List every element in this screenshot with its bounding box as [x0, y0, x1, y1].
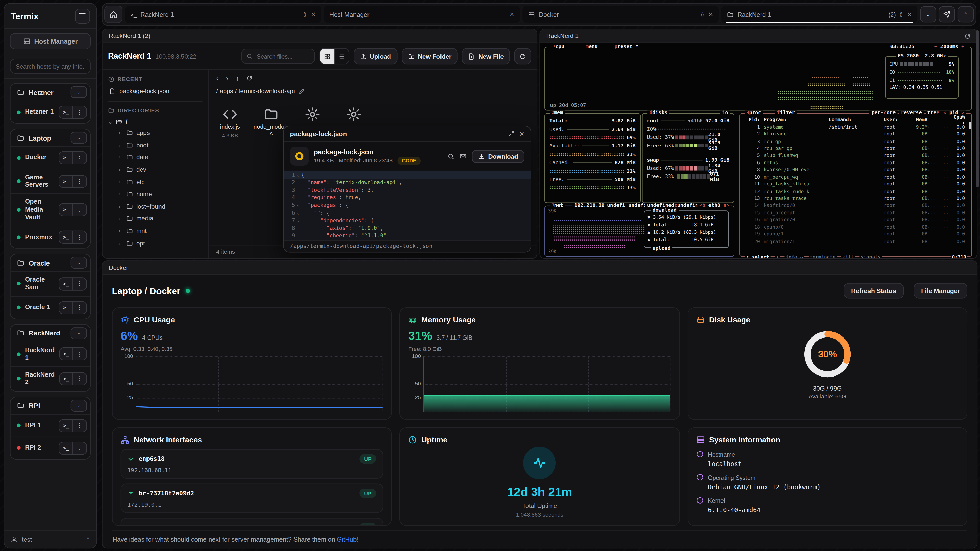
open-terminal-button[interactable]: >_ [59, 231, 73, 243]
tab-host-manager[interactable]: Host Manager✕ [324, 6, 520, 23]
process-row[interactable]: 19cpuhp/1root0B.........0.0 [740, 230, 971, 238]
process-row[interactable]: 4rcu_par_gproot0B.........0.0 [740, 145, 971, 152]
group-collapse-button[interactable]: ⌄ [71, 327, 87, 339]
code-viewer[interactable]: 1⌄{2 "name": "termix-download-api",3 "lo… [284, 171, 531, 240]
process-row[interactable]: 16migration/0root0B.........0.0 [740, 216, 971, 224]
host-proxmox[interactable]: Proxmox>_⋮ [11, 226, 90, 248]
process-row[interactable]: 15rcu_preemptroot0B.........0.0 [740, 209, 971, 216]
refresh-files-button[interactable] [514, 48, 531, 65]
host-menu-button[interactable]: ⋮ [73, 231, 86, 243]
process-row[interactable]: 5slub_flushwqroot0B.........0.0 [740, 152, 971, 159]
group-header[interactable]: RackNerd⌄ [11, 325, 90, 341]
host-racknerd-2[interactable]: RackNerd 2>_⋮ [11, 366, 90, 391]
github-link[interactable]: GitHub! [337, 536, 359, 543]
host-docker[interactable]: Docker>_⋮ [11, 146, 90, 168]
process-row[interactable]: 6netnsroot0B.........0.0 [740, 159, 971, 166]
close-tab-icon[interactable]: ✕ [311, 11, 315, 17]
open-terminal-button[interactable]: >_ [59, 204, 73, 216]
close-tab-icon[interactable]: ✕ [708, 11, 713, 17]
keyboard-icon[interactable] [460, 152, 467, 160]
host-menu-button[interactable]: ⋮ [73, 152, 86, 164]
open-terminal-button[interactable]: >_ [59, 106, 73, 118]
list-view-button[interactable] [334, 49, 348, 64]
expand-icon[interactable] [508, 130, 514, 137]
grid-view-button[interactable] [320, 49, 334, 64]
group-collapse-button[interactable]: ⌄ [71, 132, 87, 144]
group-header[interactable]: RPI⌄ [11, 397, 90, 414]
host-menu-button[interactable]: ⋮ [73, 278, 86, 290]
file-manager-button[interactable]: File Manager [914, 283, 967, 299]
refresh-status-button[interactable]: Refresh Status [844, 283, 904, 299]
open-terminal-button[interactable]: >_ [60, 348, 73, 360]
group-header[interactable]: Hetzner⌄ [11, 84, 90, 100]
search-in-file-icon[interactable] [448, 153, 455, 160]
host-menu-button[interactable]: ⋮ [73, 442, 86, 454]
process-row[interactable]: 3rcu_gproot0B.........0.0 [740, 138, 971, 145]
process-row[interactable]: 13rcu_tasks_trace_root0B.........0.0 [740, 195, 971, 202]
open-terminal-button[interactable]: >_ [59, 302, 73, 313]
recent-file-item[interactable]: package-lock.json [108, 86, 203, 96]
host-menu-button[interactable]: ⋮ [73, 106, 86, 118]
host-menu-button[interactable]: ⋮ [73, 204, 86, 216]
file-item-index-js[interactable]: index.js4.3 KB [211, 107, 249, 138]
open-terminal-button[interactable]: >_ [59, 176, 73, 187]
sidebar-search-input[interactable] [10, 59, 91, 74]
close-icon[interactable]: ✕ [519, 130, 525, 137]
group-header[interactable]: Oracle⌄ [11, 254, 90, 271]
tree-item-mnt[interactable]: ›mnt [108, 225, 203, 237]
host-menu-button[interactable]: ⋮ [73, 348, 86, 360]
tab-racknerd-1-2[interactable]: RackNerd 1(2)⟨⟩✕ [721, 6, 918, 23]
host-menu-button[interactable]: ⋮ [73, 420, 86, 432]
process-row[interactable]: 11rcu_tasks_kthrearoot0B.........0.0 [740, 181, 971, 188]
collapse-button[interactable]: ⌃ [958, 6, 974, 22]
host-rpi-2[interactable]: RPI 2>_⋮ [11, 437, 90, 459]
process-row[interactable]: 18cpuhp/0root0B.........0.0 [740, 224, 971, 230]
tab-racknerd-1[interactable]: >_RackNerd 1⟨⟩✕ [125, 6, 321, 23]
split-view-icon[interactable]: ⟨⟩ [303, 11, 306, 17]
host-oracle-sam[interactable]: Oracle Sam>_⋮ [11, 271, 90, 296]
host-racknerd-1[interactable]: RackNerd 1>_⋮ [11, 341, 90, 366]
process-row[interactable]: 14ksoftirqd/0root0B.........0.0 [740, 202, 971, 209]
process-row[interactable]: 1systemd/sbin/initroot9.2M.........0.0 [740, 124, 971, 130]
edit-path-icon[interactable] [299, 88, 305, 94]
new-file-button[interactable]: New File [462, 48, 510, 65]
group-collapse-button[interactable]: ⌄ [71, 257, 87, 269]
split-view-icon[interactable]: ⟨⟩ [900, 11, 902, 17]
open-terminal-button[interactable]: >_ [60, 373, 73, 385]
process-row[interactable]: 12rcu_tasks_rude_kroot0B.........0.0 [740, 188, 971, 195]
host-open-media-vault[interactable]: Open Media Vault>_⋮ [11, 193, 90, 226]
host-menu-button[interactable]: ⋮ [73, 302, 86, 313]
terminal-screen[interactable]: 1cpu menu preset * 03:31:25 − 2000ms + E… [540, 43, 977, 258]
nav-up-button[interactable]: ↑ [236, 75, 239, 82]
open-terminal-button[interactable]: >_ [59, 278, 73, 290]
download-button[interactable]: Download [472, 150, 525, 163]
split-view-icon[interactable]: ⟨⟩ [701, 11, 703, 17]
open-terminal-button[interactable]: >_ [59, 420, 73, 432]
nav-back-button[interactable]: ‹ [216, 74, 218, 82]
close-tab-icon[interactable]: ✕ [907, 11, 912, 17]
group-collapse-button[interactable]: ⌄ [71, 400, 87, 411]
tree-item-media[interactable]: ›media [108, 213, 203, 225]
close-tab-icon[interactable]: ✕ [510, 11, 514, 17]
tree-item-etc[interactable]: ›etc [108, 176, 203, 188]
tab-docker[interactable]: Docker⟨⟩✕ [522, 6, 719, 23]
process-row[interactable]: 2kthreaddroot0B.........0.0 [740, 130, 971, 138]
sync-icon[interactable] [964, 33, 970, 39]
host-menu-button[interactable]: ⋮ [73, 373, 86, 385]
host-game-servers[interactable]: Game Servers>_⋮ [11, 168, 90, 193]
host-rpi-1[interactable]: RPI 1>_⋮ [11, 414, 90, 437]
home-button[interactable] [104, 6, 123, 23]
tree-root-item[interactable]: ⌄ / [108, 118, 203, 127]
sidebar-menu-button[interactable] [75, 9, 90, 24]
open-terminal-button[interactable]: >_ [59, 152, 73, 164]
chevron-up-icon[interactable]: ⌃ [86, 537, 90, 542]
host-menu-button[interactable]: ⋮ [73, 176, 86, 187]
process-row[interactable]: 10mm_percpu_wqroot0B.........0.0 [740, 173, 971, 181]
tree-item-boot[interactable]: ›boot [108, 139, 203, 151]
sidebar-user-row[interactable]: test ⌃ [4, 530, 96, 548]
group-header[interactable]: Laptop⌄ [11, 129, 90, 146]
new-folder-button[interactable]: New Folder [402, 48, 458, 65]
tree-item-opt[interactable]: ›opt [108, 237, 203, 249]
host-oracle-1[interactable]: Oracle 1>_⋮ [11, 296, 90, 318]
upload-button[interactable]: Upload [353, 48, 397, 65]
